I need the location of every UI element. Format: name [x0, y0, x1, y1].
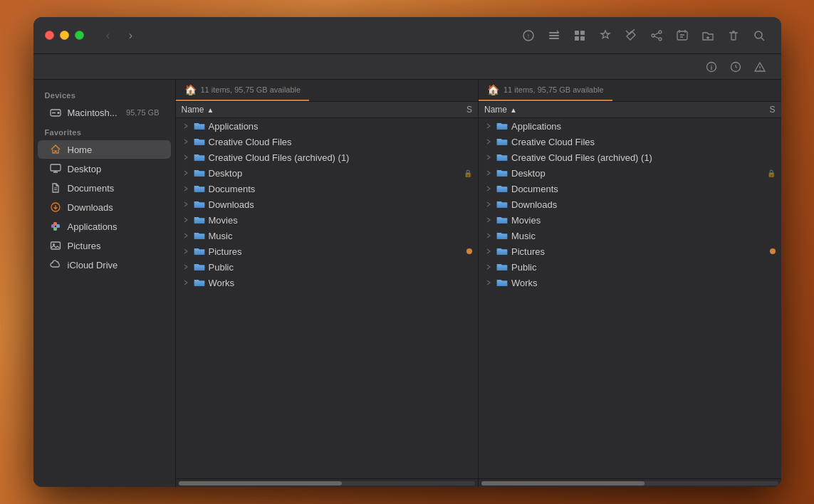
close-button[interactable]: [45, 31, 54, 40]
sidebar-item-icloud[interactable]: iCloud Drive: [38, 256, 171, 274]
sidebar-desktop-label: Desktop: [68, 164, 102, 174]
file-name: Movies: [511, 215, 767, 226]
favorite-button[interactable]: [595, 25, 616, 46]
panel-right-tab[interactable]: 🏠 11 items, 95,75 GB available: [479, 80, 612, 101]
sidebar-applications-label: Applications: [68, 221, 118, 232]
folder-icon: [496, 229, 508, 242]
folder-icon: [496, 261, 508, 273]
hdd-icon: [49, 106, 62, 119]
panel-left-scrollbar[interactable]: [176, 478, 479, 487]
chevron-icon: [182, 247, 190, 256]
panel-left-name-col[interactable]: Name ▲: [182, 105, 430, 115]
sidebar-downloads-label: Downloads: [68, 202, 113, 213]
file-row[interactable]: Documents: [176, 181, 479, 196]
svg-rect-35: [53, 222, 57, 226]
chevron-icon: [484, 122, 493, 130]
file-row[interactable]: Pictures: [479, 243, 781, 259]
svg-rect-37: [51, 242, 60, 249]
panel-right-name-col[interactable]: Name ▲: [484, 105, 733, 115]
tag-button[interactable]: [620, 25, 642, 46]
sidebar-item-pictures[interactable]: Pictures: [38, 236, 171, 255]
chevron-icon: [182, 137, 190, 146]
forward-button[interactable]: ›: [121, 26, 141, 46]
svg-line-12: [654, 33, 659, 35]
file-row[interactable]: Creative Cloud Files: [176, 134, 479, 149]
svg-text:i: i: [710, 64, 712, 71]
subtoolbar: i: [33, 54, 781, 80]
back-button[interactable]: ‹: [98, 26, 118, 46]
svg-point-17: [755, 31, 762, 38]
search-button[interactable]: [748, 25, 770, 46]
file-row[interactable]: Downloads: [479, 196, 781, 212]
file-row[interactable]: Documents: [479, 181, 781, 196]
file-row[interactable]: Desktop🔒: [176, 165, 479, 181]
folder-icon: [496, 276, 508, 289]
sidebar-item-macintosh-hd[interactable]: Macintosh... 95,75 GB: [38, 103, 171, 122]
panel-right-scrollbar-track[interactable]: [481, 481, 778, 485]
minimize-button[interactable]: [60, 31, 69, 40]
sidebar-item-desktop[interactable]: Desktop: [38, 159, 171, 178]
file-name: Public: [209, 262, 464, 273]
action-button[interactable]: [672, 25, 693, 46]
file-row[interactable]: Creative Cloud Files: [479, 134, 781, 149]
panel-left-tabs: 🏠 11 items, 95,75 GB available: [176, 80, 479, 102]
file-row[interactable]: Public: [479, 259, 781, 275]
traffic-lights: [45, 31, 84, 40]
sidebar-item-applications[interactable]: Applications: [38, 217, 171, 236]
sidebar-item-documents[interactable]: Documents: [38, 179, 171, 197]
panel-left-tab[interactable]: 🏠 11 items, 95,75 GB available: [176, 80, 310, 101]
applications-icon: [49, 220, 62, 233]
svg-rect-14: [677, 31, 687, 40]
file-row[interactable]: Works: [176, 275, 479, 290]
chevron-icon: [182, 184, 190, 193]
sidebar-documents-label: Documents: [68, 183, 115, 194]
folder-icon: [193, 276, 206, 289]
file-row[interactable]: Movies: [176, 212, 479, 228]
folder-icon: [496, 245, 508, 258]
file-row[interactable]: Movies: [479, 212, 781, 228]
panel-right-scrollbar[interactable]: [479, 478, 781, 487]
file-row[interactable]: Public: [176, 259, 479, 275]
svg-rect-4: [549, 38, 559, 39]
file-row[interactable]: Pictures: [176, 243, 479, 259]
fullscreen-button[interactable]: [75, 31, 84, 40]
folder-icon: [496, 151, 508, 164]
folder-icon: [496, 135, 508, 148]
svg-rect-6: [580, 31, 585, 35]
svg-point-9: [659, 31, 662, 33]
file-row[interactable]: Creative Cloud Files (archived) (1): [479, 149, 781, 165]
folder-icon: [193, 261, 206, 273]
file-row[interactable]: Creative Cloud Files (archived) (1): [176, 149, 479, 165]
file-row[interactable]: Applications: [176, 118, 479, 134]
file-row[interactable]: Works: [479, 275, 781, 290]
folder-icon: [193, 135, 206, 148]
panel-left-name-label: Name: [182, 105, 204, 115]
delete-button[interactable]: [723, 25, 744, 46]
warning-button[interactable]: [750, 57, 770, 77]
sidebar-item-home[interactable]: Home: [38, 140, 171, 159]
file-name: Creative Cloud Files (archived) (1): [511, 152, 767, 163]
view-grid-button[interactable]: [569, 25, 590, 46]
location-button[interactable]: ↑: [518, 25, 539, 46]
info-button[interactable]: i: [701, 57, 721, 77]
titlebar-actions: ↑: [518, 25, 770, 46]
panel-left-tab-icon: 🏠: [184, 84, 197, 95]
pictures-icon: [49, 239, 62, 252]
file-row[interactable]: Music: [479, 228, 781, 243]
file-row[interactable]: Applications: [479, 118, 781, 134]
file-name: Documents: [511, 184, 767, 194]
file-name: Pictures: [209, 246, 464, 257]
sidebar-item-downloads[interactable]: Downloads: [38, 198, 171, 216]
panel-right-tab-icon: 🏠: [487, 84, 499, 95]
svg-line-18: [761, 38, 764, 41]
folder-button[interactable]: [697, 25, 719, 46]
file-row[interactable]: Desktop🔒: [479, 165, 781, 181]
file-row[interactable]: Music: [176, 228, 479, 243]
panel-left-scrollbar-track[interactable]: [179, 481, 476, 485]
share-button[interactable]: [646, 25, 667, 46]
sync-button[interactable]: [726, 57, 746, 77]
file-row[interactable]: Downloads: [176, 196, 479, 212]
panel-left: 🏠 11 items, 95,75 GB available Name ▲ S: [176, 80, 479, 487]
home-icon: [49, 143, 62, 156]
view-list-button[interactable]: [543, 25, 565, 46]
